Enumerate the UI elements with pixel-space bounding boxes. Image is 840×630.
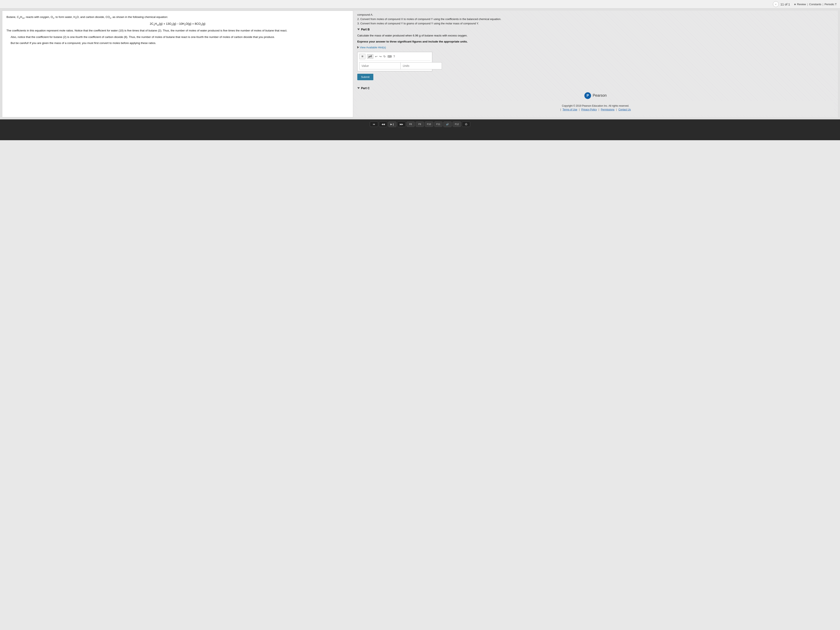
left-panel: Butane, C4H10, reacts with oxygen, O2, t… — [2, 11, 353, 117]
mu-label: μÅ — [368, 55, 372, 58]
collapse-icon-c[interactable] — [357, 87, 360, 89]
privacy-link[interactable]: Privacy Policy — [581, 108, 597, 111]
redo-button[interactable]: ↪ — [379, 55, 382, 58]
hint-arrow-icon — [357, 46, 359, 49]
footer-area: Copyright © 2019 Pearson Education Inc. … — [357, 101, 834, 115]
keyboard-bar: ⏮ ◀◀ ▶ ‖ ▶▶ F8 F9 F10 F11 🔊 F12 ⏻ — [0, 119, 840, 140]
hint-link[interactable]: View Available Hint(s) — [357, 46, 834, 49]
part-b-label: Part B — [357, 28, 834, 31]
key-power[interactable]: ⏻ — [462, 122, 470, 127]
review-icon: ■ — [794, 3, 796, 6]
units-input[interactable] — [401, 62, 442, 69]
pearson-name: Pearson — [593, 93, 607, 98]
keyboard-button[interactable]: ⌨ — [387, 55, 392, 58]
input-row — [359, 62, 430, 69]
toolbar-row: ⊞ μÅ ↩ ↪ ↻ ⌨ ? — [359, 54, 430, 61]
top-bar: ‹ 11 of 1 ■ Review | Constants | Periodi… — [0, 0, 840, 8]
key-f10[interactable]: F10 — [425, 122, 433, 127]
matrix-icon: ⊞ — [362, 55, 363, 58]
para3: But be careful! If you are given the mas… — [11, 41, 349, 46]
undo-button[interactable]: ↩ — [375, 55, 377, 58]
steps-intro: compound A. 2. Convert from moles of com… — [357, 13, 834, 25]
key-volume[interactable]: 🔊 — [443, 122, 452, 127]
question-text: Calculate the mass of water produced whe… — [357, 33, 834, 38]
key-f8[interactable]: F8 — [406, 122, 415, 127]
matrix-button[interactable]: ⊞ — [359, 54, 365, 59]
periodic-link[interactable]: Periodic T — [824, 3, 837, 6]
contact-link[interactable]: Contact Us — [618, 108, 631, 111]
pearson-logo-icon: P — [584, 92, 591, 99]
constants-link[interactable]: Constants — [809, 3, 821, 6]
mu-button[interactable]: μÅ — [367, 54, 373, 59]
footer-links: | Terms of Use | Privacy Policy | Permis… — [362, 108, 830, 111]
indented-block: Also, notice that the coefficient for bu… — [11, 35, 349, 46]
back-button[interactable]: ‹ — [773, 1, 779, 7]
page-counter: 11 of 1 — [780, 3, 790, 6]
key-f9[interactable]: F9 — [415, 122, 424, 127]
copyright-text: Copyright © 2019 Pearson Education Inc. … — [362, 104, 830, 107]
intro-text: Butane, C4H10, reacts with oxygen, O2, t… — [6, 15, 349, 20]
collapse-icon-b[interactable] — [357, 28, 360, 30]
key-play-pause[interactable]: ▶ ‖ — [388, 122, 396, 127]
value-input[interactable] — [359, 62, 401, 69]
instruction-text: Express your answer to three significant… — [357, 39, 834, 44]
part-c-label: Part C — [357, 87, 834, 90]
key-f12[interactable]: F12 — [453, 122, 461, 127]
submit-button[interactable]: Submit — [357, 74, 373, 80]
right-panel: compound A. 2. Convert from moles of com… — [353, 11, 838, 117]
answer-box: ⊞ μÅ ↩ ↪ ↻ ⌨ ? — [357, 52, 432, 71]
terms-link[interactable]: Terms of Use — [562, 108, 577, 111]
key-forward[interactable]: ▶▶ — [397, 122, 406, 127]
main-content: Butane, C4H10, reacts with oxygen, O2, t… — [0, 8, 840, 119]
nav-area: ‹ 11 of 1 — [773, 1, 790, 7]
part-b-section: Part B Calculate the mass of water produ… — [357, 28, 834, 84]
top-links: ■ Review | Constants | Periodic T — [794, 3, 837, 6]
key-f11[interactable]: F11 — [434, 122, 443, 127]
help-button[interactable]: ? — [393, 55, 395, 58]
para1: The coefficients in this equation repres… — [6, 28, 349, 33]
review-link[interactable]: Review — [797, 3, 806, 6]
key-back[interactable]: ⏮ — [370, 122, 378, 127]
refresh-button[interactable]: ↻ — [383, 55, 386, 58]
para2: Also, notice that the coefficient for bu… — [11, 35, 349, 39]
chemical-equation: 2C4H10(g) + 13O2(g)→10H2O(g) + 8CO2(g) — [6, 22, 349, 27]
part-c-section: Part C — [357, 87, 834, 90]
key-rewind[interactable]: ◀◀ — [379, 122, 387, 127]
pearson-logo-area: P Pearson — [357, 92, 834, 99]
back-icon: ‹ — [775, 3, 777, 6]
permissions-link[interactable]: Permissions — [601, 108, 614, 111]
